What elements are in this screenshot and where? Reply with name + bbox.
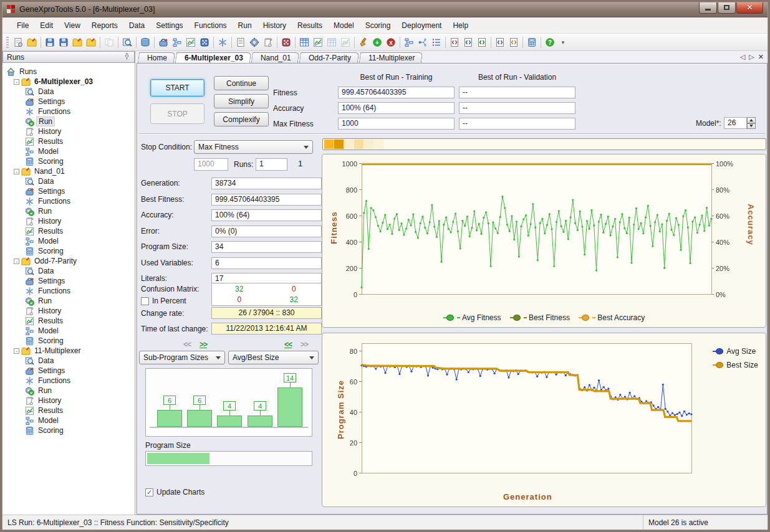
history-icon[interactable] xyxy=(261,36,275,49)
tree-item-functions[interactable]: Functions xyxy=(36,376,72,385)
menu-deployment[interactable]: Deployment xyxy=(396,19,447,32)
databases-icon[interactable] xyxy=(138,36,152,49)
stop-condition-select[interactable]: Max Fitness xyxy=(194,140,313,154)
menu-functions[interactable]: Functions xyxy=(189,19,233,32)
tree-item-history[interactable]: History xyxy=(36,396,63,405)
tree-item-scoring[interactable]: Scoring xyxy=(36,247,65,255)
code-cpp-icon[interactable] xyxy=(461,36,475,49)
close-button[interactable]: ✕ xyxy=(736,2,763,14)
tree-item-model[interactable]: Model xyxy=(36,147,60,156)
tree-item-data[interactable]: Data xyxy=(36,356,55,365)
chart-forward-arrow[interactable]: >> xyxy=(301,340,308,349)
tree-item-run[interactable]: Run xyxy=(36,386,54,395)
tab-close-icon[interactable]: ✕ xyxy=(758,53,764,61)
subprogram-sizes-select[interactable]: Sub-Program Sizes xyxy=(139,351,225,364)
collapse-icon[interactable]: - xyxy=(14,259,19,264)
results-chart-icon[interactable] xyxy=(311,36,325,49)
menu-help[interactable]: Help xyxy=(447,19,474,32)
menu-model[interactable]: Model xyxy=(328,19,360,32)
tree-item-settings[interactable]: Settings xyxy=(36,97,67,106)
max-fitness-input[interactable]: 1000 xyxy=(194,158,228,171)
open-folder-icon[interactable] xyxy=(70,36,84,49)
tree-item-scoring[interactable]: Scoring xyxy=(36,157,65,166)
tree-run-6-multiplexer_03[interactable]: 6-Multiplexer_03 xyxy=(32,77,95,86)
fitness-chart-icon[interactable] xyxy=(184,36,198,49)
code-c-icon[interactable] xyxy=(448,36,461,49)
save-all-icon[interactable] xyxy=(57,36,70,49)
tab-6-multiplexer_03[interactable]: 6-Multiplexer_03 xyxy=(175,52,251,63)
tab-home[interactable]: Home xyxy=(138,52,175,63)
open-files-icon[interactable] xyxy=(84,36,98,49)
tree-item-model[interactable]: Model xyxy=(36,326,60,335)
tree-item-run[interactable]: Run xyxy=(36,116,55,126)
continue-button[interactable]: Continue xyxy=(214,76,269,90)
tab-prev-icon[interactable]: ◁ xyxy=(740,53,745,61)
history-back-arrow[interactable]: << xyxy=(183,340,191,349)
update-charts-checkbox[interactable]: ✓ xyxy=(145,488,153,496)
spinner-down-icon[interactable] xyxy=(747,123,756,130)
model-number-input[interactable]: 26 xyxy=(724,117,747,129)
menu-data[interactable]: Data xyxy=(123,19,150,32)
restore-button[interactable] xyxy=(718,2,736,14)
tab-nand_01[interactable]: Nand_01 xyxy=(251,52,299,63)
model-nodes-icon[interactable] xyxy=(416,36,430,49)
data-icon[interactable] xyxy=(120,36,134,49)
settings-icon[interactable] xyxy=(156,36,170,49)
tree-item-data[interactable]: Data xyxy=(36,267,55,275)
calculator-icon[interactable] xyxy=(525,36,539,49)
menu-run[interactable]: Run xyxy=(233,19,257,32)
collapse-icon[interactable]: - xyxy=(14,79,19,85)
spinner-up-icon[interactable] xyxy=(747,117,756,123)
toolbar-overflow-icon[interactable]: ▾ xyxy=(559,39,567,45)
tree-run-odd-7-parity[interactable]: Odd-7-Parity xyxy=(32,257,79,265)
tree-item-data[interactable]: Data xyxy=(36,177,55,186)
minimize-button[interactable] xyxy=(699,2,717,14)
tree-item-history[interactable]: History xyxy=(36,127,63,136)
tree-item-history[interactable]: History xyxy=(36,217,63,226)
collapse-icon[interactable]: - xyxy=(14,348,19,354)
functions-icon[interactable] xyxy=(216,36,229,49)
shuffle-icon[interactable]: x xyxy=(384,36,398,49)
tree-item-functions[interactable]: Functions xyxy=(36,287,72,295)
complexify-button[interactable]: Complexify xyxy=(214,112,269,126)
history-forward-arrow[interactable]: >> xyxy=(200,340,207,349)
tab-next-icon[interactable]: ▷ xyxy=(749,53,754,61)
add-icon[interactable]: + xyxy=(370,36,384,49)
general-settings-icon[interactable] xyxy=(170,36,184,49)
random-seed-icon[interactable] xyxy=(198,36,211,49)
tree-item-settings[interactable]: Settings xyxy=(36,277,67,285)
tab-odd-7-parity[interactable]: Odd-7-Parity xyxy=(299,52,359,63)
code-js-icon[interactable] xyxy=(507,36,521,49)
tree-root[interactable]: Runs xyxy=(17,67,39,76)
tree-run-nand_01[interactable]: Nand_01 xyxy=(32,167,67,176)
model-list-icon[interactable] xyxy=(430,36,443,49)
stop-button[interactable]: STOP xyxy=(150,103,205,124)
code-cs-icon[interactable] xyxy=(475,36,489,49)
size-chart-select[interactable]: Avg/Best Size xyxy=(228,351,319,364)
simplify-button[interactable]: Simplify xyxy=(214,94,269,108)
tree-item-scoring[interactable]: Scoring xyxy=(36,426,65,435)
report-settings-icon[interactable] xyxy=(25,36,39,49)
cleanup-icon[interactable] xyxy=(357,36,370,49)
document-icon[interactable] xyxy=(234,36,248,49)
menu-reports[interactable]: Reports xyxy=(86,19,123,32)
save-icon[interactable] xyxy=(43,36,57,49)
code-java-icon[interactable] xyxy=(493,36,507,49)
tree-item-run[interactable]: Run xyxy=(36,297,54,305)
update-charts-option[interactable]: ✓ Update Charts xyxy=(145,488,205,496)
in-percent-option[interactable]: In Percent xyxy=(141,297,186,305)
model-tree-icon[interactable] xyxy=(402,36,416,49)
report-icon[interactable] xyxy=(11,36,25,49)
tree-item-data[interactable]: Data xyxy=(36,87,55,96)
menu-settings[interactable]: Settings xyxy=(150,19,188,32)
collapse-icon[interactable]: - xyxy=(14,169,19,174)
tab-11-multiplexer[interactable]: 11-Multiplexer xyxy=(359,52,423,63)
discard-model-icon[interactable] xyxy=(279,36,293,49)
tree-item-results[interactable]: Results xyxy=(36,316,65,325)
tree-item-functions[interactable]: Functions xyxy=(36,197,72,206)
in-percent-checkbox[interactable] xyxy=(141,297,149,305)
runs-input[interactable]: 1 xyxy=(256,158,287,171)
tree-item-settings[interactable]: Settings xyxy=(36,187,67,196)
menu-file[interactable]: File xyxy=(11,19,34,32)
menu-edit[interactable]: Edit xyxy=(34,19,59,32)
